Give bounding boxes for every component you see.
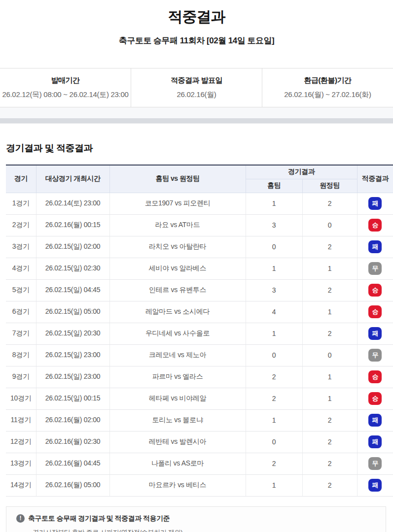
table-row: 7경기 26.02.15(일) 20:30 우디네세 vs 사수올로 1 2 패 — [6, 323, 393, 344]
page-subtitle: 축구토토 승무패 11회차 [02월 14일 토요일] — [0, 35, 393, 46]
match-number: 9경기 — [6, 366, 36, 388]
col-header-teams: 홈팀 vs 원정팀 — [109, 165, 246, 193]
section-divider-bar — [0, 118, 393, 124]
match-teams: 레반테 vs 발렌시아 — [109, 431, 246, 453]
away-score: 2 — [302, 193, 357, 214]
match-number: 8경기 — [6, 344, 36, 366]
match-datetime: 26.02.15(일) 05:00 — [36, 301, 109, 323]
home-score: 0 — [246, 431, 302, 453]
match-teams: 크레모네 vs 제노아 — [109, 344, 246, 366]
match-teams: 라치오 vs 아탈란타 — [109, 236, 246, 258]
table-row: 8경기 26.02.15(일) 23:00 크레모네 vs 제노아 0 0 무 — [6, 344, 393, 366]
match-teams: 인테르 vs 유벤투스 — [109, 279, 246, 301]
result-badge: 패 — [368, 435, 382, 448]
result-badge: 승 — [368, 219, 382, 232]
home-score: 1 — [246, 474, 302, 496]
match-teams: 우디네세 vs 사수올로 — [109, 323, 246, 344]
info-label-announce-date: 적중결과 발표일 — [171, 76, 222, 85]
table-row: 3경기 26.02.15(일) 02:00 라치오 vs 아탈란타 0 2 패 — [6, 236, 393, 258]
home-score: 2 — [246, 366, 302, 388]
match-datetime: 26.02.15(일) 02:30 — [36, 258, 109, 279]
page: 적중결과 축구토토 승무패 11회차 [02월 14일 토요일] 발매기간 26… — [0, 0, 393, 532]
match-number: 1경기 — [6, 193, 36, 214]
match-number: 11경기 — [6, 409, 36, 431]
match-datetime: 26.02.16(월) 02:00 — [36, 409, 109, 431]
match-teams: 토리노 vs 볼로냐 — [109, 409, 246, 431]
table-row: 1경기 26.02.14(토) 23:00 코모1907 vs 피오렌티 1 2… — [6, 193, 393, 214]
match-number: 13경기 — [6, 453, 36, 474]
info-col-sale-period: 발매기간 26.02.12(목) 08:00 ~ 26.02.14(토) 23:… — [0, 68, 131, 107]
col-header-result-group: 경기결과 — [246, 165, 357, 179]
match-datetime: 26.02.16(월) 04:45 — [36, 453, 109, 474]
match-number: 6경기 — [6, 301, 36, 323]
away-score: 2 — [302, 279, 357, 301]
match-datetime: 26.02.15(일) 02:00 — [36, 236, 109, 258]
match-teams: 코모1907 vs 피오렌티 — [109, 193, 246, 214]
match-teams: 라요 vs AT마드 — [109, 214, 246, 236]
info-label-sale-period: 발매기간 — [51, 76, 80, 85]
away-score: 2 — [302, 236, 357, 258]
footer-note-title: 축구토토 승무패 경기결과 및 적중결과 적용기준 — [28, 514, 170, 523]
col-header-match: 경기 — [6, 165, 36, 193]
away-score: 0 — [302, 214, 357, 236]
away-score: 2 — [302, 431, 357, 453]
result-badge: 승 — [368, 284, 382, 297]
home-score: 1 — [246, 193, 302, 214]
hit-result-cell: 무 — [357, 453, 393, 474]
home-score: 1 — [246, 258, 302, 279]
section-heading: 경기결과 및 적중결과 — [6, 142, 393, 155]
match-teams: 파르마 vs 엘라스 — [109, 366, 246, 388]
home-score: 1 — [246, 323, 302, 344]
match-number: 10경기 — [6, 388, 36, 409]
home-score: 0 — [246, 236, 302, 258]
match-number: 2경기 — [6, 214, 36, 236]
away-score: 2 — [302, 323, 357, 344]
away-score: 1 — [302, 366, 357, 388]
info-value-sale-period: 26.02.12(목) 08:00 ~ 26.02.14(토) 23:00 — [2, 90, 128, 100]
away-score: 0 — [302, 344, 357, 366]
away-score: 2 — [302, 409, 357, 431]
section-divider-light — [0, 107, 393, 118]
hit-result-cell: 패 — [357, 236, 393, 258]
match-number: 7경기 — [6, 323, 36, 344]
col-header-away: 원정팀 — [302, 179, 357, 193]
results-table-header: 경기 대상경기 개최시간 홈팀 vs 원정팀 경기결과 적중결과 홈팀 원정팀 — [6, 165, 393, 193]
home-score: 3 — [246, 214, 302, 236]
table-row: 6경기 26.02.15(일) 05:00 레알마드 vs 소시에다 4 1 승 — [6, 301, 393, 323]
table-row: 9경기 26.02.15(일) 23:00 파르마 vs 엘라스 2 1 승 — [6, 366, 393, 388]
hit-result-cell: 패 — [357, 323, 393, 344]
result-badge: 패 — [368, 479, 382, 492]
match-number: 12경기 — [6, 431, 36, 453]
results-table: 경기 대상경기 개최시간 홈팀 vs 원정팀 경기결과 적중결과 홈팀 원정팀 … — [6, 165, 393, 497]
footer-note: ! 축구토토 승무패 경기결과 및 적중결과 적용기준 - 경기시작부터 후반 … — [6, 506, 386, 532]
result-badge: 패 — [368, 327, 382, 340]
hit-result-cell: 승 — [357, 214, 393, 236]
home-score: 2 — [246, 388, 302, 409]
table-row: 10경기 26.02.15(일) 00:15 헤타페 vs 비야레알 2 1 승 — [6, 388, 393, 409]
away-score: 1 — [302, 301, 357, 323]
table-row: 14경기 26.02.16(월) 05:00 마요르카 vs 베티스 1 2 패 — [6, 474, 393, 496]
match-datetime: 26.02.15(일) 04:45 — [36, 279, 109, 301]
info-col-refund-period: 환급(환불)기간 26.02.16(월) ~ 27.02.16(화) — [262, 68, 393, 107]
info-value-refund-period: 26.02.16(월) ~ 27.02.16(화) — [284, 90, 371, 100]
table-row: 12경기 26.02.16(월) 02:30 레반테 vs 발렌시아 0 2 패 — [6, 431, 393, 453]
home-score: 4 — [246, 301, 302, 323]
match-number: 5경기 — [6, 279, 36, 301]
match-teams: 레알마드 vs 소시에다 — [109, 301, 246, 323]
away-score: 1 — [302, 258, 357, 279]
info-col-announce-date: 적중결과 발표일 26.02.16(월) — [131, 68, 262, 107]
footer-note-detail: - 경기시작부터 후반 종료 시까지(연장전/승부차기 제외) — [29, 528, 376, 532]
exclamation-icon: ! — [16, 514, 25, 523]
info-value-announce-date: 26.02.16(월) — [177, 90, 216, 100]
match-teams: 세비야 vs 알라베스 — [109, 258, 246, 279]
match-datetime: 26.02.14(토) 23:00 — [36, 193, 109, 214]
table-row: 11경기 26.02.16(월) 02:00 토리노 vs 볼로냐 1 2 패 — [6, 409, 393, 431]
away-score: 2 — [302, 474, 357, 496]
page-title: 적중결과 — [0, 0, 393, 27]
results-tbody: 1경기 26.02.14(토) 23:00 코모1907 vs 피오렌티 1 2… — [6, 193, 393, 496]
result-badge: 패 — [368, 414, 382, 427]
match-datetime: 26.02.15(일) 00:15 — [36, 388, 109, 409]
result-badge: 무 — [368, 349, 382, 362]
col-header-datetime: 대상경기 개최시간 — [36, 165, 109, 193]
home-score: 0 — [246, 344, 302, 366]
